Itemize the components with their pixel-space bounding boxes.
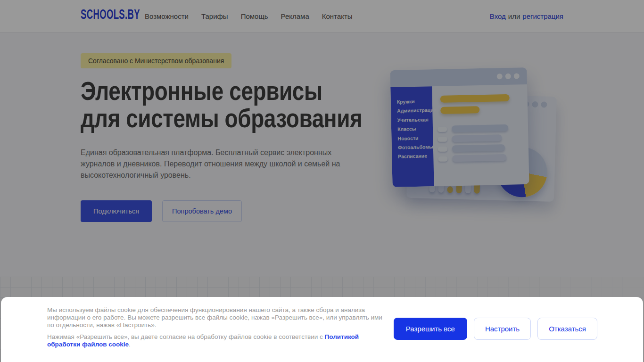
cookie-banner: Мы используем файлы cookie для обеспечен… (1, 297, 643, 362)
cookie-text: Мы используем файлы cookie для обеспечен… (47, 306, 388, 348)
cookie-paragraph-2-text: Нажимая «Разрешить все», вы даете соглас… (47, 333, 325, 340)
cookie-paragraph-2-period: . (129, 341, 131, 348)
cookie-paragraph-1: Мы используем файлы cookie для обеспечен… (47, 306, 388, 329)
decline-button[interactable]: Отказаться (537, 318, 597, 340)
configure-button[interactable]: Настроить (474, 318, 531, 340)
allow-all-button[interactable]: Разрешить все (394, 318, 467, 340)
cookie-actions: Разрешить все Настроить Отказаться (394, 318, 597, 340)
cookie-paragraph-2: Нажимая «Разрешить все», вы даете соглас… (47, 333, 388, 348)
